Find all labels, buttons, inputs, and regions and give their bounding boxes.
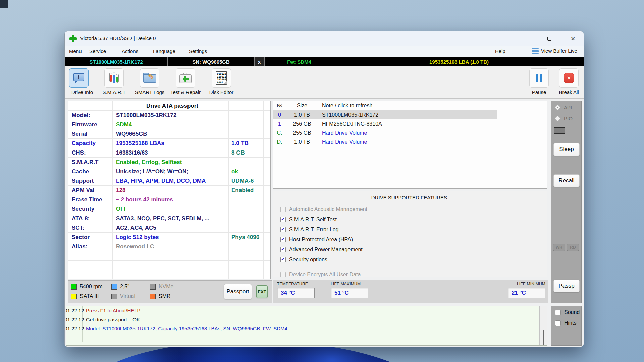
legend-sata3: SATA III xyxy=(71,293,99,299)
menu-item-help[interactable]: Help xyxy=(495,48,505,54)
sound-checkbox-row[interactable]: Sound xyxy=(555,309,580,315)
status-model[interactable]: ST1000LM035-1RK172 xyxy=(65,57,168,66)
pio-radio-row[interactable]: PIO xyxy=(555,116,573,121)
smart-logs-button[interactable]: ✎ xyxy=(140,68,159,88)
legend-nvme: NVMe xyxy=(150,284,173,290)
checkbox-smart-self-test[interactable] xyxy=(280,217,286,222)
log-scrollbar-thumb[interactable] xyxy=(543,330,544,346)
drive-row-0[interactable]: 0 1.0 TB ST1000LM035-1RK172 xyxy=(273,110,547,119)
minimize-button[interactable] xyxy=(518,33,534,44)
app-green-cross-icon xyxy=(69,35,77,42)
drive-legend: 5400 rpm SATA III 2,5" Virtual NVMe SMR xyxy=(68,280,272,303)
log-scrollbar[interactable] xyxy=(539,306,547,345)
checkbox-device-encrypts[interactable] xyxy=(280,272,286,277)
passport-row-alias: Alias: Rosewood LC xyxy=(68,242,270,251)
passp-button[interactable]: Passp xyxy=(553,280,580,292)
hints-checkbox[interactable] xyxy=(555,320,561,326)
legend-25inch: 2,5" xyxy=(111,284,129,290)
feature-apm[interactable]: Advanced Power Management xyxy=(280,247,363,253)
passport-row-apm: APM Val 128 Enabled xyxy=(68,186,270,195)
checkbox-smart-error-log[interactable] xyxy=(280,227,286,232)
drive-row-d[interactable]: D: 1.0 TB Hard Drive Volume xyxy=(273,137,547,146)
right-sidebar: API PIO Sleep Recall WR RD Passp xyxy=(551,101,582,303)
recall-button[interactable]: Recall xyxy=(553,174,580,187)
life-max-value: 51 °C xyxy=(331,288,368,298)
smart-button[interactable] xyxy=(104,68,124,88)
legend-gray-swatch xyxy=(111,294,117,299)
temperature-label: TEMPERATURE xyxy=(277,282,315,286)
status-close-button[interactable]: x xyxy=(255,57,265,66)
temperature-group: TEMPERATURE 34 °C xyxy=(277,282,315,298)
break-x-icon: ✕ xyxy=(564,73,574,83)
maximize-button[interactable] xyxy=(542,33,557,44)
life-min-value: 21 °C xyxy=(508,288,545,298)
menu-item-language[interactable]: Language xyxy=(153,48,175,54)
close-button[interactable]: ✕ xyxy=(565,33,581,44)
disk-editor-button[interactable]: 010110 110011 101000 0001 xyxy=(212,68,231,88)
pause-button[interactable] xyxy=(529,68,549,88)
checkbox-aam[interactable] xyxy=(280,207,286,212)
rd-button[interactable]: RD xyxy=(567,244,579,251)
drive-info-button[interactable]: i xyxy=(69,68,89,88)
menu-item-settings[interactable]: Settings xyxy=(189,48,207,54)
feature-aam[interactable]: Automatic Acoustic Management xyxy=(280,206,367,213)
legend-gray-swatch xyxy=(150,284,156,290)
sound-label: Sound xyxy=(564,309,580,315)
checkbox-apm[interactable] xyxy=(280,247,286,252)
feature-security-options[interactable]: Security options xyxy=(280,257,327,263)
checkbox-hpa[interactable] xyxy=(280,237,286,242)
col-size: Size xyxy=(286,101,318,110)
feature-smart-error-log[interactable]: S.M.A.R.T. Error Log xyxy=(280,227,339,233)
temperature-value: 34 °C xyxy=(277,288,315,298)
life-min-group: LIFE MINIMUM 21 °C xyxy=(508,282,545,298)
buffer-list-icon xyxy=(532,48,539,54)
features-title: DRIVE SUPPORTED FEATURES: xyxy=(273,195,547,200)
legend-orange-swatch xyxy=(150,294,156,299)
drive-status-bar: ST1000LM035-1RK172 SN: WQ9665GB x Fw: SD… xyxy=(65,57,584,66)
col-number: № xyxy=(273,101,286,110)
test-repair-button[interactable] xyxy=(176,68,195,88)
drive-row-1[interactable]: 1 256 GB HFM256GDJTNG-8310A xyxy=(273,119,547,128)
menu-item-menu[interactable]: Menu xyxy=(69,48,82,54)
break-all-button[interactable]: ✕ xyxy=(559,68,579,88)
passport-row-cache: Cache Unk.size; L/A=ON; Wr=ON; ok xyxy=(68,167,270,176)
api-radio[interactable] xyxy=(555,105,560,110)
passport-header: Drive ATA passport xyxy=(68,101,270,111)
pio-radio[interactable] xyxy=(555,116,560,121)
checkbox-security-options[interactable] xyxy=(280,257,286,262)
passport-button[interactable]: Passport xyxy=(224,284,252,299)
legend-blue-swatch xyxy=(111,284,117,290)
test-tubes-icon xyxy=(108,72,120,84)
wallpaper-corner xyxy=(0,0,8,8)
hints-checkbox-row[interactable]: Hints xyxy=(555,320,576,326)
status-serial: SN: WQ9665GB xyxy=(168,57,255,66)
supported-features-panel: DRIVE SUPPORTED FEATURES: Automatic Acou… xyxy=(273,191,547,277)
passport-row-support: Support LBA, HPA, APM, DLM, DCO, DMA UDM… xyxy=(68,176,270,186)
feature-hpa[interactable]: Host Protected Area (HPA) xyxy=(280,237,353,243)
sleep-button[interactable]: Sleep xyxy=(553,143,580,156)
passport-row-ata8: ATA-8: SATA3, NCQ, PEC, SCT, SFDLM, ... xyxy=(68,214,270,223)
api-radio-row[interactable]: API xyxy=(555,105,572,110)
menu-bar: Menu Service Actions Language Settings H… xyxy=(65,46,584,57)
victoria-window: Victoria 5.37 HDD/SSD | Device 0 ✕ Menu … xyxy=(64,31,584,347)
view-buffer-live[interactable]: View Buffer Live xyxy=(532,48,577,54)
activity-indicator xyxy=(554,127,565,134)
life-min-label: LIFE MINIMUM xyxy=(508,282,545,286)
wr-button[interactable]: WR xyxy=(553,244,565,251)
menu-item-actions[interactable]: Actions xyxy=(122,48,138,54)
passport-row-smart: S.M.A.R.T Enabled, Errlog, Selftest xyxy=(68,158,270,167)
feature-smart-self-test[interactable]: S.M.A.R.T. Self Test xyxy=(280,217,337,223)
sound-checkbox[interactable] xyxy=(555,310,561,315)
passport-row-erase-time: Erase Time ~ 2 hours 42 minutes xyxy=(68,195,270,204)
ext-button[interactable]: EXT xyxy=(256,285,268,298)
main-content: Drive ATA passport Model: ST1000LM035-1R… xyxy=(65,99,584,347)
col-note[interactable]: Note / click to refresh xyxy=(318,101,497,110)
menu-item-service[interactable]: Service xyxy=(89,48,106,54)
passport-empty-row xyxy=(68,270,270,279)
log-line-2: 01:22:12 Get drive passport... OK xyxy=(66,315,547,324)
folder-pencil-icon: ✎ xyxy=(143,73,156,83)
feature-device-encrypts[interactable]: Device Encrypts All User Data xyxy=(280,272,361,277)
drive-row-c[interactable]: C: 255 GB Hard Drive Volume xyxy=(273,128,547,137)
drive-list-header: № Size Note / click to refresh xyxy=(273,101,547,110)
passport-row-serial: Serial WQ9665GB xyxy=(68,129,270,139)
